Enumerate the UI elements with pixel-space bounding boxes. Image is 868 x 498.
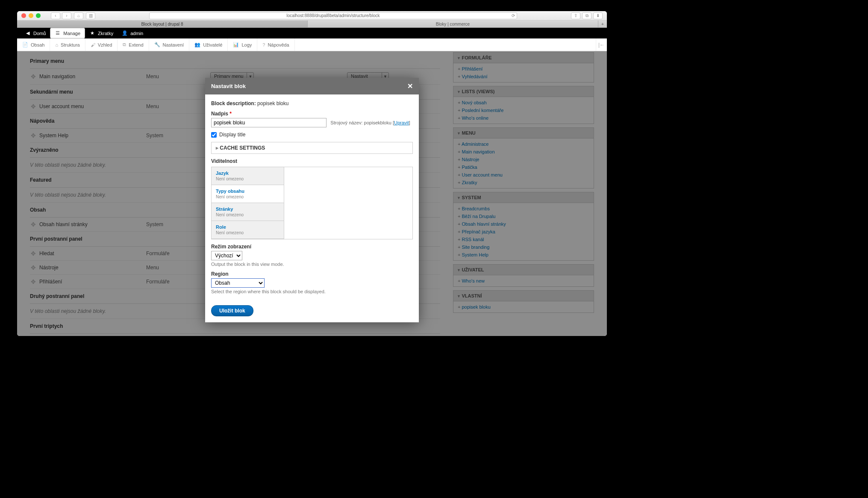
back-icon: ◀ (25, 30, 31, 36)
configure-block-modal: Nastavit blok ✕ Block description: popis… (205, 78, 419, 322)
url-text: localhost:8888/drupal8beta/admin/structu… (287, 13, 380, 18)
machine-name: Strojový název: popisekbloku [Upravit] (330, 120, 410, 125)
reload-icon[interactable]: ⟳ (512, 13, 515, 18)
viewmode-label: Režim zobrazení (211, 244, 413, 250)
browser-tab[interactable]: Bloky | commerce (308, 21, 598, 27)
admin-menu-item[interactable]: ?Nápověda (257, 38, 294, 51)
menu-icon: 🔧 (154, 42, 160, 47)
browser-tab[interactable]: Block layout | drupal 8 (17, 21, 308, 27)
admin-menu-item[interactable]: 📊Logy (228, 38, 257, 51)
menu-icon: 🖌 (91, 42, 95, 47)
admin-menu: 📄Obsah⌂Struktura🖌Vzhled⧉Extend🔧Nastavení… (17, 38, 607, 51)
toolbar-shortcuts[interactable]: ★Zkratky (85, 28, 118, 38)
visibility-tab[interactable]: StránkyNení omezeno (212, 203, 284, 221)
menu-icon: ? (262, 42, 265, 47)
modal-header: Nastavit blok ✕ (205, 78, 419, 94)
region-select[interactable]: Obsah (211, 278, 265, 288)
save-button[interactable]: Uložit blok (211, 305, 253, 316)
admin-menu-item[interactable]: 🖌Vzhled (85, 38, 118, 51)
visibility-tabs: JazykNení omezenoTypy obsahuNení omezeno… (211, 167, 413, 239)
admin-menu-item[interactable]: 🔧Nastavení (149, 38, 190, 51)
nav-fwd-icon[interactable]: › (62, 12, 71, 19)
new-tab-icon[interactable]: + (598, 21, 607, 27)
viewmode-select[interactable]: Výchozí (211, 251, 242, 260)
region-label: Region (211, 271, 413, 277)
region-help: Select the region where this block shoul… (211, 289, 413, 294)
menu-icon: ⧉ (123, 42, 126, 47)
admin-menu-item[interactable]: 👥Uživatelé (189, 38, 228, 51)
tabs-icon[interactable]: ⧉ (582, 12, 591, 19)
sidebar-toggle-icon[interactable]: ⌂ (74, 12, 83, 19)
toolbar-home[interactable]: ◀Domů (21, 28, 50, 38)
content-area: Primary menu✥Main navigationMenuPrimary … (17, 51, 607, 336)
title-label: Nadpis * (211, 111, 413, 117)
browser-window: ‹ › ⌂ ▥ localhost:8888/drupal8beta/admin… (17, 11, 607, 336)
admin-menu-item[interactable]: ⧉Extend (118, 38, 149, 51)
toolbar-user[interactable]: 👤admin (118, 28, 147, 38)
share-icon[interactable]: ⇧ (571, 12, 580, 19)
browser-tabs: Block layout | drupal 8 Bloky | commerce… (17, 21, 607, 28)
hamburger-icon: ☰ (55, 30, 61, 36)
menu-icon: 📊 (233, 42, 239, 47)
block-description: Block description: popisek bloku (211, 100, 413, 106)
star-icon: ★ (89, 30, 95, 36)
title-input[interactable] (211, 118, 327, 127)
viewmode-help: Output the block in this view mode. (211, 262, 413, 267)
admin-menu-item[interactable]: ⌂Struktura (50, 38, 85, 51)
nav-back-icon[interactable]: ‹ (51, 12, 60, 19)
drupal-toolbar: ◀Domů ☰Manage ★Zkratky 👤admin (17, 28, 607, 38)
visibility-label: Viditelnost (211, 158, 413, 164)
window-minimize-icon[interactable] (29, 13, 33, 18)
menu-icon: 👥 (194, 42, 200, 47)
cache-settings-details[interactable]: CACHE SETTINGS (211, 142, 413, 154)
visibility-panel (284, 167, 412, 239)
window-zoom-icon[interactable] (36, 13, 41, 18)
window-close-icon[interactable] (21, 13, 26, 18)
machine-edit-link[interactable]: Upravit (394, 120, 409, 125)
address-bar[interactable]: localhost:8888/drupal8beta/admin/structu… (149, 12, 517, 19)
close-icon[interactable]: ✕ (407, 82, 413, 90)
collapse-button[interactable]: |← (596, 38, 607, 51)
visibility-tab[interactable]: Typy obsahuNení omezeno (212, 185, 284, 203)
titlebar: ‹ › ⌂ ▥ localhost:8888/drupal8beta/admin… (17, 11, 607, 21)
visibility-tab[interactable]: RoleNení omezeno (212, 221, 284, 239)
show-tabs-icon[interactable]: ▥ (86, 12, 95, 19)
admin-menu-item[interactable]: 📄Obsah (17, 38, 50, 51)
modal-title: Nastavit blok (211, 83, 246, 89)
display-title-checkbox[interactable] (211, 132, 217, 138)
user-icon: 👤 (122, 30, 128, 36)
downloads-icon[interactable]: ⬇ (593, 12, 603, 19)
display-title-label: Display title (219, 132, 245, 138)
toolbar-manage[interactable]: ☰Manage (50, 28, 85, 38)
menu-icon: ⌂ (55, 42, 58, 47)
menu-icon: 📄 (22, 42, 28, 47)
visibility-tab[interactable]: JazykNení omezeno (212, 167, 284, 185)
